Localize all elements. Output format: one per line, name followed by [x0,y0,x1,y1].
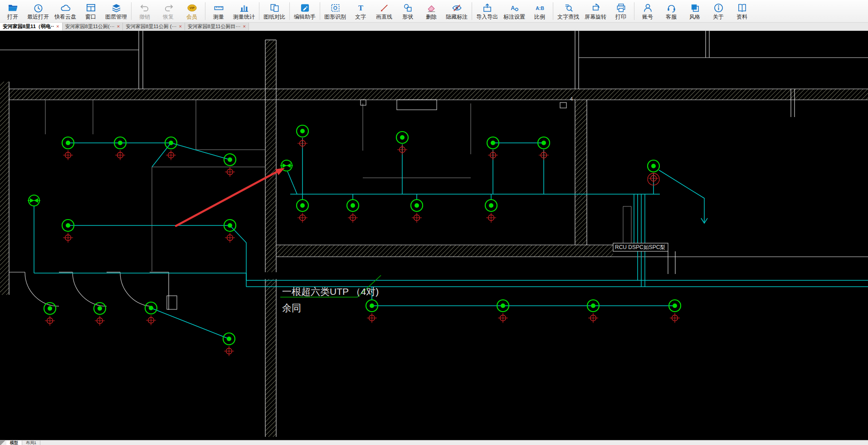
tab-close-icon[interactable]: × [243,23,245,30]
toolbar-vip-button[interactable]: 会员 [180,0,204,22]
toolbar-hide-annotations-button[interactable]: 隐藏标注 [443,0,470,22]
toolbar-window-button[interactable]: 窗口 [79,0,102,22]
wire-polyline [288,171,297,194]
toolbar-shape-recognition-button[interactable]: 图形识别 [322,0,349,22]
device-symbol[interactable] [223,333,235,345]
drawing-tab-1[interactable]: 安河家园8里11公厕(···× [63,23,123,30]
toolbar-draw-line-button[interactable]: 画直线 [372,0,396,22]
door-arc [25,272,59,306]
toolbar-screen-rotate-button[interactable]: 屏幕旋转 [582,0,609,22]
line-icon [379,3,390,13]
toolbar-label: 形状 [402,14,413,20]
toolbar-shapes-button[interactable]: 形状 [396,0,419,22]
sheet-tab-0[interactable]: 模型 [6,440,22,445]
toolbar-account-button[interactable]: 账号 [636,0,659,22]
toolbar-print-button[interactable]: 打印 [609,0,633,22]
measure-icon [214,3,224,13]
device-symbol[interactable] [485,200,497,211]
erase-icon [426,3,437,13]
toolbar-text-button[interactable]: 文字 [349,0,372,22]
about-icon [713,3,724,13]
sheet-corner-icon [0,440,6,445]
drawing-tab-0[interactable]: 安河家园8里11（弱电··× [0,23,63,30]
toolbar-separator [472,2,472,20]
toolbar-label: 文字 [355,14,366,20]
toolbar-annotation-settings-button[interactable]: 标注设置 [501,0,528,22]
toolbar-label: 窗口 [85,14,96,20]
toolbar-label: 隐藏标注 [446,14,468,20]
tab-close-icon[interactable]: × [117,23,120,30]
toolbar-measure-button[interactable]: 测量 [207,0,230,22]
annotation-arrow [176,172,277,226]
tab-close-icon[interactable]: × [56,23,59,30]
target-marker [115,150,125,160]
drawing-tab-3[interactable]: 安河家园8里11公厕目···× [185,23,249,30]
target-marker [224,346,234,356]
toolbar-import-export-button[interactable]: 导入导出 [473,0,501,22]
toolbar-label: 屏幕旋转 [585,14,606,20]
toolbar-about-button[interactable]: 关于 [707,0,730,22]
target-marker [146,315,156,325]
toolbar-label: 关于 [713,14,724,20]
toolbar-layer-manager-button[interactable]: 图层管理 [102,0,130,22]
toolbar-delete-button[interactable]: 删除 [419,0,443,22]
cad-canvas[interactable]: 一根超六类UTP （4对)余同4RCU DSPC如SPC梨 [0,31,868,440]
toolbar-label: 撤销 [139,14,150,20]
device-symbol[interactable] [297,125,308,137]
rotate-icon [590,3,601,13]
service-icon [666,3,677,13]
device-symbol[interactable] [411,200,423,211]
sheet-tab-1[interactable]: 布局1 [22,440,40,445]
device-symbol[interactable] [224,154,236,166]
layers-icon [111,3,122,13]
tab-close-icon[interactable]: × [179,23,181,30]
toolbar-edit-assistant-button[interactable]: 编辑助手 [291,0,318,22]
device-symbol[interactable] [297,200,308,211]
cad-text-label: 余同 [282,303,301,313]
toolbar-drawing-compare-button[interactable]: 图纸对比 [261,0,288,22]
target-marker [297,213,307,223]
target-marker [498,313,508,323]
toolbar-open-button[interactable]: 打开 [1,0,24,22]
toolbar-label: 画直线 [376,14,392,20]
drawing-tabbar: 安河家园8里11（弱电··×安河家园8里11公厕(···×安河家园8里11公厕 … [0,23,868,31]
column-outline [397,100,437,110]
wall-hatch [0,82,9,295]
toolbar-label: 测量 [213,14,224,20]
device-symbol[interactable] [94,303,106,314]
toolbar-label: 导入导出 [476,14,498,20]
target-marker [45,316,55,326]
toolbar-text-search-button[interactable]: 文字查找 [555,0,582,22]
app-window: VIP [0,0,868,445]
toolbar-label: 删除 [426,14,437,20]
cloud-icon [60,3,71,13]
drawing-tab-2[interactable]: 安河家园8里11公厕 (···× [123,23,185,30]
device-symbol[interactable] [347,200,359,211]
toolbar-measure-stats-button[interactable]: 测量统计 [230,0,258,22]
toolbar-label: 打印 [615,14,626,20]
toolbar-label: 资料 [736,14,747,20]
toolbar-scale-button[interactable]: 比例 [528,0,551,22]
toolbar-recent-open-button[interactable]: 最近打开 [24,0,52,22]
toolbar-service-button[interactable]: 客服 [659,0,683,22]
toolbar-docs-button[interactable]: 资料 [730,0,754,22]
splice-symbol[interactable] [28,195,40,206]
vip-icon [187,3,197,13]
annot-icon [509,3,520,13]
device-symbol[interactable] [44,303,56,314]
style-icon [690,3,700,13]
wire-polyline [151,308,229,339]
device-symbol[interactable] [648,160,659,172]
cad-drawing[interactable]: 一根超六类UTP （4对)余同4RCU DSPC如SPC梨 [0,31,868,440]
toolbar-label: 账号 [642,14,653,20]
device-symbol[interactable] [145,302,157,314]
drawing-tab-label: 安河家园8里11公厕 (··· [126,23,176,30]
window-icon [86,3,96,13]
device-symbol[interactable] [396,132,408,143]
column-outline [167,296,177,309]
toolbar-style-button[interactable]: 风格 [683,0,707,22]
wall-hatch [575,100,587,245]
column-outline [361,100,366,105]
drawing-tab-label: 安河家园8里11（弱电·· [3,23,54,30]
toolbar-cloud-disk-button[interactable]: 快看云盘 [52,0,79,22]
